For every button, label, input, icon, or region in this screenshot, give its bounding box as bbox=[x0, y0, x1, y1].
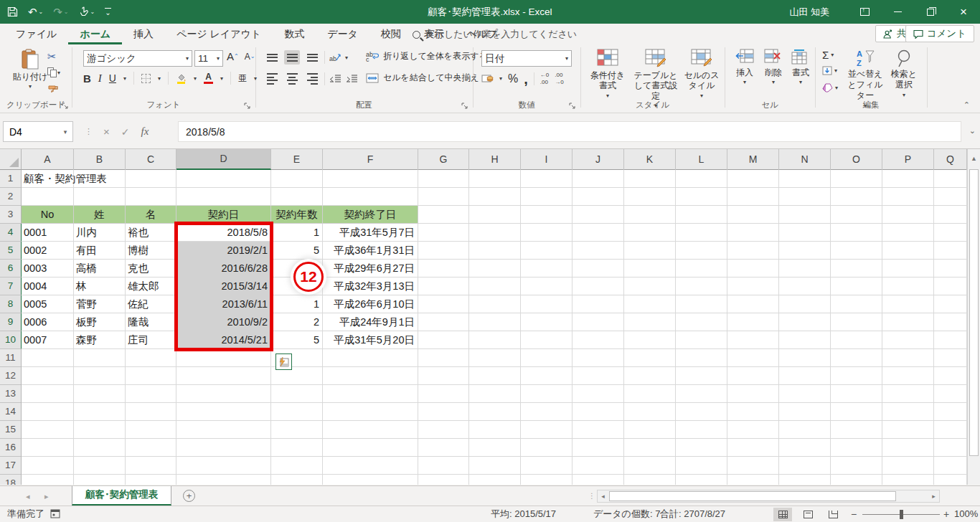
fill-button[interactable] bbox=[822, 66, 832, 75]
cell-F6[interactable]: 平成29年6月27日 bbox=[323, 260, 418, 277]
zoom-in-icon[interactable]: + bbox=[943, 506, 949, 522]
format-painter-button[interactable] bbox=[47, 85, 59, 95]
cell-D6[interactable]: 2016/6/28 bbox=[176, 260, 271, 277]
increase-indent-button[interactable] bbox=[346, 75, 358, 84]
underline-button[interactable]: U bbox=[109, 72, 116, 84]
cell-F7[interactable]: 平成32年3月13日 bbox=[323, 277, 418, 295]
tell-me-search[interactable]: 実行したい作業を入力してください bbox=[413, 27, 577, 42]
cell-C4[interactable]: 裕也 bbox=[126, 224, 176, 242]
expand-formula-bar-icon[interactable]: ⌄ bbox=[969, 126, 976, 136]
cell-F10[interactable]: 平成31年5月20日 bbox=[323, 331, 418, 349]
view-normal-icon[interactable] bbox=[773, 508, 792, 521]
table-header-契約終了日[interactable]: 契約終了日 bbox=[323, 206, 418, 224]
ribbon-tab-formulas[interactable]: 数式 bbox=[273, 24, 316, 44]
top-align-button[interactable] bbox=[264, 50, 280, 65]
column-header-O[interactable]: O bbox=[831, 149, 882, 170]
scroll-up-icon[interactable]: ▲ bbox=[968, 149, 980, 168]
cell-F5[interactable]: 平成36年1月31日 bbox=[323, 242, 418, 260]
row-header-1[interactable]: 1 bbox=[0, 170, 21, 188]
cell-D9[interactable]: 2010/9/2 bbox=[176, 313, 271, 331]
horizontal-scroll-thumb[interactable] bbox=[609, 491, 896, 501]
row-header-13[interactable]: 13 bbox=[0, 385, 21, 403]
quick-analysis-icon[interactable] bbox=[275, 353, 292, 370]
number-dialog-launcher-icon[interactable] bbox=[569, 103, 576, 110]
comments-button[interactable]: コメント bbox=[905, 25, 974, 42]
cut-button[interactable]: ✂ bbox=[47, 50, 57, 63]
row-header-9[interactable]: 9 bbox=[0, 313, 22, 331]
cancel-icon[interactable]: × bbox=[103, 125, 110, 138]
status-sum[interactable]: 合計: 2707/8/27 bbox=[660, 506, 725, 522]
column-header-K[interactable]: K bbox=[624, 149, 676, 170]
cell-A7[interactable]: 0004 bbox=[22, 277, 74, 295]
row-header-6[interactable]: 6 bbox=[0, 260, 22, 277]
column-header-E[interactable]: E bbox=[271, 149, 323, 170]
view-page-break-icon[interactable] bbox=[824, 508, 842, 521]
cell-A4[interactable]: 0001 bbox=[22, 224, 74, 242]
column-header-I[interactable]: I bbox=[521, 149, 573, 170]
cell-A9[interactable]: 0006 bbox=[22, 313, 74, 331]
cell-C7[interactable]: 雄太郎 bbox=[126, 277, 176, 295]
cell-A8[interactable]: 0005 bbox=[22, 295, 74, 313]
clipboard-dialog-launcher-icon[interactable] bbox=[62, 103, 69, 110]
column-header-A[interactable]: A bbox=[22, 149, 74, 170]
insert-cells-button[interactable]: 挿入▾ bbox=[733, 49, 756, 86]
cell-E9[interactable]: 2 bbox=[271, 313, 323, 331]
table-header-契約日[interactable]: 契約日 bbox=[176, 206, 271, 224]
cell-B5[interactable]: 有田 bbox=[74, 242, 126, 260]
row-header-4[interactable]: 4 bbox=[0, 224, 22, 242]
conditional-formatting-button[interactable]: 条件付き書式▾ bbox=[587, 49, 628, 99]
cell-D8[interactable]: 2013/6/11 bbox=[176, 295, 271, 313]
row-header-7[interactable]: 7 bbox=[0, 277, 22, 295]
cell-A10[interactable]: 0007 bbox=[22, 331, 74, 349]
table-header-姓[interactable]: 姓 bbox=[74, 206, 126, 224]
align-center-button[interactable] bbox=[284, 72, 300, 86]
decrease-indent-button[interactable] bbox=[329, 75, 341, 84]
cell-D7[interactable]: 2015/3/14 bbox=[176, 277, 271, 295]
row-header-5[interactable]: 5 bbox=[0, 242, 22, 260]
cell-D4[interactable]: 2018/5/8 bbox=[176, 224, 271, 242]
new-sheet-icon[interactable]: + bbox=[183, 490, 195, 502]
cell-F8[interactable]: 平成26年6月10日 bbox=[323, 295, 418, 313]
ribbon-tab-page-layout[interactable]: ページ レイアウト bbox=[165, 24, 273, 44]
cell-F4[interactable]: 平成31年5月7日 bbox=[323, 224, 418, 242]
cell-E4[interactable]: 1 bbox=[271, 224, 323, 242]
row-header-11[interactable]: 11 bbox=[0, 349, 21, 367]
scroll-left-icon[interactable]: ◂ bbox=[598, 493, 608, 500]
ribbon-tab-review[interactable]: 校閲 bbox=[369, 24, 413, 44]
column-header-F[interactable]: F bbox=[323, 149, 418, 170]
bold-button[interactable]: B bbox=[83, 72, 91, 85]
macro-record-icon[interactable] bbox=[50, 509, 60, 522]
cell-B9[interactable]: 板野 bbox=[74, 313, 126, 331]
font-size-combo[interactable]: 11▾ bbox=[194, 50, 223, 67]
cell-D10[interactable]: 2014/5/21 bbox=[176, 331, 271, 349]
view-page-layout-icon[interactable] bbox=[798, 508, 817, 521]
ribbon-tab-file[interactable]: ファイル bbox=[4, 24, 68, 44]
row-header-14[interactable]: 14 bbox=[0, 403, 21, 421]
sheet-nav-prev-icon[interactable]: ◂ bbox=[26, 492, 30, 501]
format-cells-button[interactable]: 書式▾ bbox=[789, 49, 812, 86]
row-header-10[interactable]: 10 bbox=[0, 331, 22, 349]
vertical-scrollbar[interactable]: ▲ bbox=[967, 149, 980, 485]
cell-B6[interactable]: 高橋 bbox=[74, 260, 126, 277]
cell-E10[interactable]: 5 bbox=[271, 331, 323, 349]
column-header-N[interactable]: N bbox=[779, 149, 831, 170]
cell-E5[interactable]: 5 bbox=[271, 242, 323, 260]
phonetic-guide-button[interactable]: 亜 bbox=[238, 72, 247, 85]
column-header-B[interactable]: B bbox=[74, 149, 126, 170]
wrap-text-button[interactable]: abc 折り返して全体を表示する bbox=[366, 50, 488, 62]
minimize-button[interactable] bbox=[881, 0, 914, 24]
cell-A5[interactable]: 0002 bbox=[22, 242, 74, 260]
column-header-Q[interactable]: Q bbox=[934, 149, 967, 170]
fill-color-button[interactable] bbox=[176, 73, 187, 84]
copy-button[interactable]: ▾ bbox=[47, 67, 60, 77]
column-header-L[interactable]: L bbox=[676, 149, 727, 170]
font-dialog-launcher-icon[interactable] bbox=[244, 103, 251, 110]
accounting-format-button[interactable] bbox=[481, 74, 494, 83]
clear-button[interactable] bbox=[822, 83, 833, 92]
column-header-M[interactable]: M bbox=[727, 149, 779, 170]
cell-C8[interactable]: 佐紀 bbox=[126, 295, 176, 313]
cell-E8[interactable]: 1 bbox=[271, 295, 323, 313]
user-name[interactable]: 山田 知美 bbox=[789, 6, 829, 19]
middle-align-button[interactable] bbox=[284, 50, 300, 65]
cell-C10[interactable]: 庄司 bbox=[126, 331, 176, 349]
